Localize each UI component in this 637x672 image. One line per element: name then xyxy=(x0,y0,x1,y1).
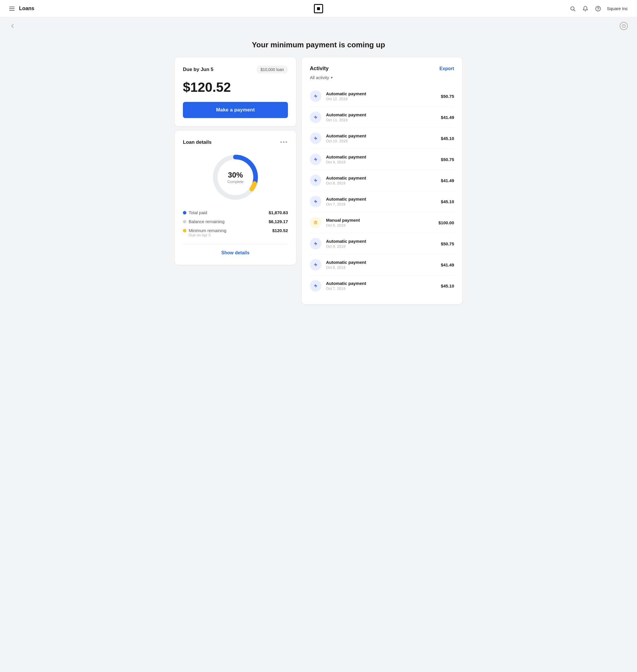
legend-row-minimum: Minimum remaining Due on Apr 5 $120.52 xyxy=(183,228,288,237)
svg-marker-10 xyxy=(314,115,317,119)
help-button[interactable] xyxy=(620,22,628,30)
show-details-button[interactable]: Show details xyxy=(183,249,288,257)
activity-item: Automatic payment Oct 7, 2019 $45.10 xyxy=(310,191,454,212)
header-left: Loans xyxy=(9,5,34,12)
donut-sublabel: Complete xyxy=(228,179,243,184)
user-label: Square Inc xyxy=(607,6,628,11)
square-logo xyxy=(314,4,323,13)
donut-label: 30% Complete xyxy=(228,171,243,184)
legend-sublabel-minimum: Due on Apr 5 xyxy=(189,233,226,237)
loan-badge: $10,000 loan xyxy=(256,66,288,74)
bolt-icon xyxy=(310,280,321,291)
activity-item: Manual payment Oct 6, 2019 $100.00 xyxy=(310,212,454,233)
bolt-icon xyxy=(310,90,321,102)
app-header: Loans Square Inc xyxy=(0,0,637,17)
make-payment-button[interactable]: Make a payment xyxy=(183,102,288,118)
activity-amount: $50.75 xyxy=(441,241,454,246)
bolt-icon xyxy=(310,259,321,270)
activity-info: Automatic payment Oct 8, 2019 xyxy=(326,260,366,270)
activity-date: Oct 8, 2019 xyxy=(326,265,366,270)
legend-value-minimum: $120.52 xyxy=(272,228,288,233)
legend-value-total-paid: $1,870.83 xyxy=(269,210,288,215)
legend-text-minimum: Minimum remaining Due on Apr 5 xyxy=(189,228,226,237)
svg-marker-13 xyxy=(314,178,317,182)
svg-rect-19 xyxy=(315,223,316,224)
activity-card: Activity Export All activity ▾ Automatic… xyxy=(302,57,462,304)
loan-details-card: Loan details ••• xyxy=(175,131,296,265)
activity-name: Automatic payment xyxy=(326,134,366,138)
svg-marker-22 xyxy=(314,263,317,266)
logo-inner xyxy=(317,7,320,10)
bolt-icon xyxy=(310,154,321,165)
activity-left: Automatic payment Oct 8, 2019 xyxy=(310,259,366,270)
activity-info: Automatic payment Oct 10, 2019 xyxy=(326,134,366,143)
activity-name: Automatic payment xyxy=(326,176,366,180)
page-title-section: Your minimum payment is coming up xyxy=(0,35,637,57)
activity-amount: $45.10 xyxy=(441,283,454,288)
svg-rect-20 xyxy=(316,223,317,224)
activity-title: Activity xyxy=(310,66,329,72)
left-column: Due by Jun 5 $10,000 loan $120.52 Make a… xyxy=(175,57,296,304)
due-label: Due by Jun 5 xyxy=(183,67,214,72)
payment-card: Due by Jun 5 $10,000 loan $120.52 Make a… xyxy=(175,57,296,126)
divider xyxy=(183,244,288,245)
activity-name: Automatic payment xyxy=(326,260,366,265)
svg-rect-15 xyxy=(314,222,317,223)
svg-rect-16 xyxy=(314,224,317,224)
activity-date: Oct 9, 2019 xyxy=(326,244,366,249)
svg-rect-18 xyxy=(314,223,314,224)
help-circle-icon[interactable] xyxy=(594,5,602,13)
activity-info: Automatic payment Oct 7, 2019 xyxy=(326,281,366,291)
right-column: Activity Export All activity ▾ Automatic… xyxy=(302,57,462,304)
activity-date: Oct 7, 2019 xyxy=(326,286,366,291)
back-button[interactable] xyxy=(9,23,16,29)
activity-item: Automatic payment Oct 7, 2019 $45.10 xyxy=(310,276,454,296)
activity-info: Automatic payment Oct 11, 2019 xyxy=(326,112,366,122)
payment-card-header: Due by Jun 5 $10,000 loan xyxy=(183,66,288,74)
menu-icon[interactable] xyxy=(9,7,14,11)
activity-amount: $50.75 xyxy=(441,157,454,162)
activity-left: Automatic payment Oct 7, 2019 xyxy=(310,280,366,291)
activity-amount: $45.10 xyxy=(441,199,454,204)
activity-left: Automatic payment Oct 10, 2019 xyxy=(310,132,366,144)
activity-left: Manual payment Oct 6, 2019 xyxy=(310,217,360,228)
activity-item: Automatic payment Oct 9, 2019 $50.75 xyxy=(310,149,454,170)
activity-name: Automatic payment xyxy=(326,281,366,286)
activity-left: Automatic payment Oct 9, 2019 xyxy=(310,238,366,249)
main-content: Due by Jun 5 $10,000 loan $120.52 Make a… xyxy=(166,57,471,314)
bank-icon xyxy=(310,217,321,228)
legend-row-balance: Balance remaining $6,129.17 xyxy=(183,219,288,224)
chevron-down-icon: ▾ xyxy=(331,76,333,80)
activity-item: Automatic payment Oct 9, 2019 $50.75 xyxy=(310,233,454,254)
activity-info: Manual payment Oct 6, 2019 xyxy=(326,218,360,228)
activity-name: Automatic payment xyxy=(326,197,366,201)
filter-label: All activity xyxy=(310,75,329,80)
activity-date: Oct 9, 2019 xyxy=(326,160,366,164)
search-icon[interactable] xyxy=(569,5,577,13)
donut-chart: 30% Complete xyxy=(210,151,261,203)
activity-name: Automatic payment xyxy=(326,112,366,117)
activity-date: Oct 8, 2019 xyxy=(326,181,366,185)
legend-value-balance: $6,129.17 xyxy=(269,219,288,224)
bolt-icon xyxy=(310,238,321,249)
activity-item: Automatic payment Oct 8, 2019 $41.49 xyxy=(310,170,454,191)
export-button[interactable]: Export xyxy=(439,66,454,71)
bolt-icon xyxy=(310,196,321,207)
legend-left-balance: Balance remaining xyxy=(183,219,224,224)
activity-name: Automatic payment xyxy=(326,155,366,159)
activity-date: Oct 12, 2019 xyxy=(326,97,366,101)
legend-label-minimum: Minimum remaining xyxy=(189,228,226,233)
activity-left: Automatic payment Oct 11, 2019 xyxy=(310,111,366,123)
activity-info: Automatic payment Oct 9, 2019 xyxy=(326,239,366,249)
loan-details-title: Loan details xyxy=(183,139,212,145)
activity-date: Oct 11, 2019 xyxy=(326,118,366,122)
more-options-icon[interactable]: ••• xyxy=(280,139,288,145)
activity-amount: $45.10 xyxy=(441,136,454,141)
activity-left: Automatic payment Oct 9, 2019 xyxy=(310,154,366,165)
filter-row[interactable]: All activity ▾ xyxy=(310,75,454,80)
bolt-icon xyxy=(310,175,321,186)
legend: Total paid $1,870.83 Balance remaining $… xyxy=(183,210,288,237)
legend-row-total-paid: Total paid $1,870.83 xyxy=(183,210,288,215)
notifications-icon[interactable] xyxy=(581,5,589,13)
activity-item: Automatic payment Oct 12, 2019 $50.75 xyxy=(310,86,454,107)
